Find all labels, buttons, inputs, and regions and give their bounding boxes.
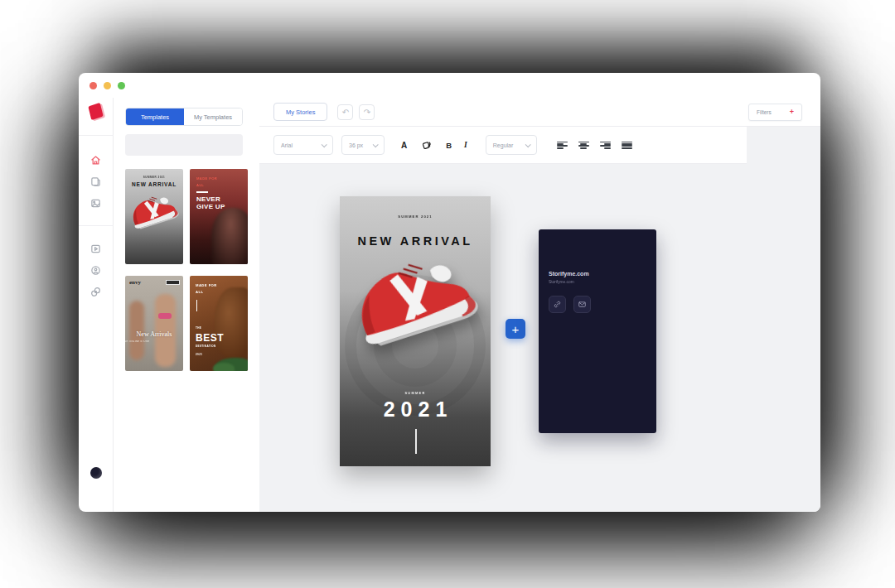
divider-line	[196, 300, 197, 311]
fill-color-icon[interactable]	[421, 140, 432, 151]
italic-button[interactable]: I	[464, 141, 467, 149]
my-stories-button[interactable]: My Stories	[273, 103, 327, 121]
zoom-window-button[interactable]	[118, 82, 125, 89]
chevron-down-icon	[525, 142, 530, 147]
template-thumb-new-arrival[interactable]: SUMMER 2021 NEW ARRIVAL	[125, 169, 183, 264]
link-icon[interactable]	[90, 286, 102, 297]
template-grid: SUMMER 2021 NEW ARRIVAL MADE FOR ALL NEV…	[125, 169, 248, 371]
align-left-icon[interactable]	[557, 141, 568, 150]
align-justify-icon[interactable]	[622, 141, 632, 150]
email-action-button[interactable]	[573, 296, 591, 313]
thumb-eyebrow: ALL	[196, 290, 224, 294]
shoe-image	[125, 186, 183, 234]
story-eyebrow-text[interactable]: SUMMER 2021	[362, 214, 467, 218]
font-size-value: 36 px	[349, 142, 363, 148]
story-year-text[interactable]: 2021	[340, 398, 491, 422]
redo-button[interactable]: ↷	[359, 104, 375, 120]
window-body: Templates My Templates SUMMER 2021 NEW A…	[79, 98, 820, 512]
brand-logo: envy	[129, 279, 141, 286]
thumb-eyebrow: ALL	[196, 183, 217, 187]
align-right-icon[interactable]	[600, 141, 611, 150]
story-canvas[interactable]: SUMMER 2021 NEW ARRIVAL SUMMER 2021	[340, 196, 491, 466]
thumb-title: NEW ARRIVAL	[125, 181, 183, 187]
thumb-eyebrow: SUMMER 2021	[140, 176, 169, 178]
minimize-window-button[interactable]	[104, 82, 111, 89]
titlebar	[79, 73, 820, 98]
panel-tabs: Templates My Templates	[125, 108, 243, 126]
thumb-eyebrow: MADE FOR	[196, 176, 217, 181]
app-logo[interactable]	[88, 103, 103, 120]
underline	[196, 191, 208, 193]
media-icon[interactable]	[90, 197, 102, 209]
athlete-photo	[211, 208, 248, 264]
story-sub-text[interactable]: SUMMER	[366, 392, 464, 395]
thumb-title: BEST	[196, 332, 236, 344]
add-page-button[interactable]: +	[506, 319, 525, 339]
end-screen-mockup[interactable]: Storifyme.com Storifyme.com	[539, 229, 656, 433]
model-photo-detail	[158, 313, 172, 319]
video-icon[interactable]	[90, 243, 102, 254]
home-icon[interactable]	[90, 154, 102, 166]
template-thumb-best-destination[interactable]: MADE FOR ALL THE BEST DESTINATION 2021	[190, 276, 248, 371]
filters-label: Filters	[757, 109, 772, 115]
tab-my-templates[interactable]: My Templates	[184, 108, 242, 125]
email-icon	[578, 300, 587, 309]
story-title-text[interactable]: NEW ARRIVAL	[340, 234, 491, 248]
top-toolbar: My Stories ↶ ↷ Filters +	[259, 98, 820, 127]
template-thumb-never-give-up[interactable]: MADE FOR ALL NEVER GIVE UP	[190, 169, 248, 264]
thumb-text: DESTINATION	[196, 345, 216, 347]
close-window-button[interactable]	[90, 82, 97, 89]
thumb-text: THE	[196, 326, 216, 329]
filters-button[interactable]: Filters +	[748, 104, 802, 121]
tab-templates[interactable]: Templates	[126, 108, 184, 125]
templates-panel: Templates My Templates SUMMER 2021 NEW A…	[114, 98, 259, 512]
rail-divider	[79, 225, 114, 226]
font-weight-select[interactable]: Regular	[486, 135, 537, 155]
font-family-select[interactable]: Arial	[273, 135, 333, 155]
user-avatar[interactable]	[90, 467, 102, 479]
link-icon	[553, 300, 562, 309]
text-color-button[interactable]: A	[401, 141, 407, 150]
filters-plus-icon: +	[790, 108, 794, 116]
fern-photo	[213, 363, 235, 371]
template-thumb-new-arrivals-fashion[interactable]: envy New Arrivals SHOP OUR ONLINE STORE	[125, 276, 183, 371]
bold-button[interactable]: B	[446, 141, 452, 150]
thumb-text: 2021	[196, 353, 216, 355]
template-search-input[interactable]	[125, 134, 243, 156]
font-size-select[interactable]: 36 px	[341, 135, 385, 155]
app-window: Templates My Templates SUMMER 2021 NEW A…	[79, 73, 820, 512]
thumb-title: NEVER	[196, 195, 226, 203]
end-screen-title[interactable]: Storifyme.com	[549, 271, 589, 277]
alignment-group	[557, 141, 632, 150]
align-center-icon[interactable]	[578, 141, 589, 150]
icon-rail	[79, 98, 114, 512]
pages-icon[interactable]	[90, 176, 102, 187]
rail-divider	[79, 135, 114, 136]
chevron-down-icon	[373, 142, 379, 147]
link-action-button[interactable]	[549, 296, 566, 313]
thumb-title: New Arrivals	[125, 330, 183, 338]
brand-badge	[166, 280, 180, 285]
thumb-eyebrow: MADE FOR	[196, 283, 224, 287]
thumb-title: GIVE UP	[196, 203, 226, 210]
chevron-down-icon	[322, 142, 327, 147]
font-family-value: Arial	[281, 142, 293, 148]
editor-main: My Stories ↶ ↷ Filters + Arial 36 px	[259, 98, 820, 512]
story-divider-line[interactable]	[415, 429, 417, 454]
thumb-subtitle: SHOP OUR ONLINE STORE	[125, 340, 150, 343]
undo-button[interactable]: ↶	[337, 104, 353, 120]
end-screen-actions	[549, 296, 591, 313]
format-toolbar: Arial 36 px A B I Regular	[259, 127, 747, 164]
end-screen-subtitle[interactable]: Storifyme.com	[549, 280, 574, 284]
canvas-area: Arial 36 px A B I Regular	[259, 127, 820, 512]
account-icon[interactable]	[90, 264, 102, 276]
font-weight-value: Regular	[493, 142, 514, 148]
